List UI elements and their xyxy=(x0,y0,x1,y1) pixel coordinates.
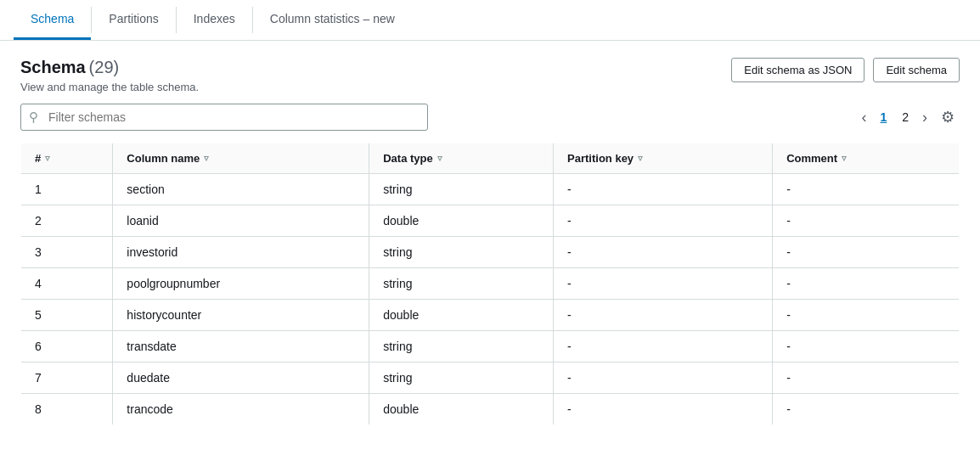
cell-num: 3 xyxy=(21,237,113,268)
page-title: Schema (29) xyxy=(20,58,199,77)
cell-num: 4 xyxy=(21,268,113,300)
sort-icon-comment: ▿ xyxy=(842,153,847,164)
schema-header: Schema (29) View and manage the table sc… xyxy=(20,58,960,93)
sort-icon-partition-key: ▿ xyxy=(638,153,643,164)
table-header-row: # ▿ Column name ▿ Data type ▿ xyxy=(21,143,960,174)
table-row: 1 section string - - xyxy=(21,174,960,205)
tabs-bar: Schema Partitions Indexes Column statist… xyxy=(0,0,980,41)
cell-num: 1 xyxy=(21,174,113,205)
cell-partition-key: - xyxy=(554,205,773,237)
schema-title-block: Schema (29) View and manage the table sc… xyxy=(20,58,199,93)
cell-partition-key: - xyxy=(554,174,773,205)
cell-num: 6 xyxy=(21,331,113,362)
table-row: 2 loanid double - - xyxy=(21,205,960,237)
cell-comment: - xyxy=(773,174,960,205)
cell-comment: - xyxy=(773,300,960,331)
table-row: 4 poolgroupnumber string - - xyxy=(21,268,960,300)
cell-data-type: string xyxy=(369,362,554,394)
tab-indexes[interactable]: Indexes xyxy=(177,0,252,40)
sort-icon-column-name: ▿ xyxy=(204,153,209,164)
cell-column-name: loanid xyxy=(113,205,369,237)
table-row: 6 transdate string - - xyxy=(21,331,960,362)
search-wrap: ⚲ xyxy=(20,104,428,131)
cell-column-name: section xyxy=(113,174,369,205)
cell-column-name: duedate xyxy=(113,362,369,394)
cell-comment: - xyxy=(773,394,960,425)
pagination: ‹ 1 2 › ⚙ xyxy=(858,106,960,128)
cell-num: 7 xyxy=(21,362,113,394)
main-content: Schema (29) View and manage the table sc… xyxy=(0,41,980,442)
col-header-comment: Comment ▿ xyxy=(773,143,960,174)
cell-data-type: string xyxy=(369,331,554,362)
cell-comment: - xyxy=(773,268,960,300)
cell-num: 5 xyxy=(21,300,113,331)
col-header-num: # ▿ xyxy=(21,143,113,174)
cell-comment: - xyxy=(773,205,960,237)
edit-schema-json-button[interactable]: Edit schema as JSON xyxy=(731,58,865,82)
schema-title-text: Schema xyxy=(20,58,86,76)
schema-subtitle: View and manage the table schema. xyxy=(20,81,199,93)
page-1-button[interactable]: 1 xyxy=(875,109,892,126)
cell-column-name: trancode xyxy=(113,394,369,425)
page-2-button[interactable]: 2 xyxy=(897,109,914,126)
cell-column-name: investorid xyxy=(113,237,369,268)
cell-partition-key: - xyxy=(554,237,773,268)
cell-comment: - xyxy=(773,362,960,394)
cell-num: 2 xyxy=(21,205,113,237)
cell-data-type: string xyxy=(369,268,554,300)
cell-partition-key: - xyxy=(554,362,773,394)
filter-row: ⚲ ‹ 1 2 › ⚙ xyxy=(20,104,960,131)
cell-data-type: double xyxy=(369,394,554,425)
tab-partitions[interactable]: Partitions xyxy=(92,0,175,40)
sort-icon-num: ▿ xyxy=(45,153,50,164)
table-row: 7 duedate string - - xyxy=(21,362,960,394)
cell-partition-key: - xyxy=(554,331,773,362)
cell-column-name: poolgroupnumber xyxy=(113,268,369,300)
cell-partition-key: - xyxy=(554,394,773,425)
table-row: 5 historycounter double - - xyxy=(21,300,960,331)
cell-data-type: double xyxy=(369,300,554,331)
schema-table: # ▿ Column name ▿ Data type ▿ xyxy=(20,143,960,425)
cell-data-type: string xyxy=(369,174,554,205)
prev-page-button[interactable]: ‹ xyxy=(858,107,870,128)
edit-schema-button[interactable]: Edit schema xyxy=(873,58,960,82)
table-row: 3 investorid string - - xyxy=(21,237,960,268)
next-page-button[interactable]: › xyxy=(919,107,931,128)
cell-data-type: string xyxy=(369,237,554,268)
sort-icon-data-type: ▿ xyxy=(437,153,442,164)
table-body: 1 section string - - 2 loanid double - -… xyxy=(21,174,960,425)
cell-data-type: double xyxy=(369,205,554,237)
cell-comment: - xyxy=(773,331,960,362)
schema-count: (29) xyxy=(89,58,120,76)
cell-num: 8 xyxy=(21,394,113,425)
cell-partition-key: - xyxy=(554,300,773,331)
cell-partition-key: - xyxy=(554,268,773,300)
schema-actions: Edit schema as JSON Edit schema xyxy=(731,58,960,82)
col-header-column-name: Column name ▿ xyxy=(113,143,369,174)
settings-button[interactable]: ⚙ xyxy=(936,106,960,128)
tab-column-statistics[interactable]: Column statistics – new xyxy=(253,0,412,40)
tab-schema[interactable]: Schema xyxy=(14,0,91,40)
table-row: 8 trancode double - - xyxy=(21,394,960,425)
col-header-data-type: Data type ▿ xyxy=(369,143,554,174)
cell-column-name: transdate xyxy=(113,331,369,362)
cell-column-name: historycounter xyxy=(113,300,369,331)
search-input[interactable] xyxy=(20,104,428,131)
cell-comment: - xyxy=(773,237,960,268)
col-header-partition-key: Partition key ▿ xyxy=(554,143,773,174)
